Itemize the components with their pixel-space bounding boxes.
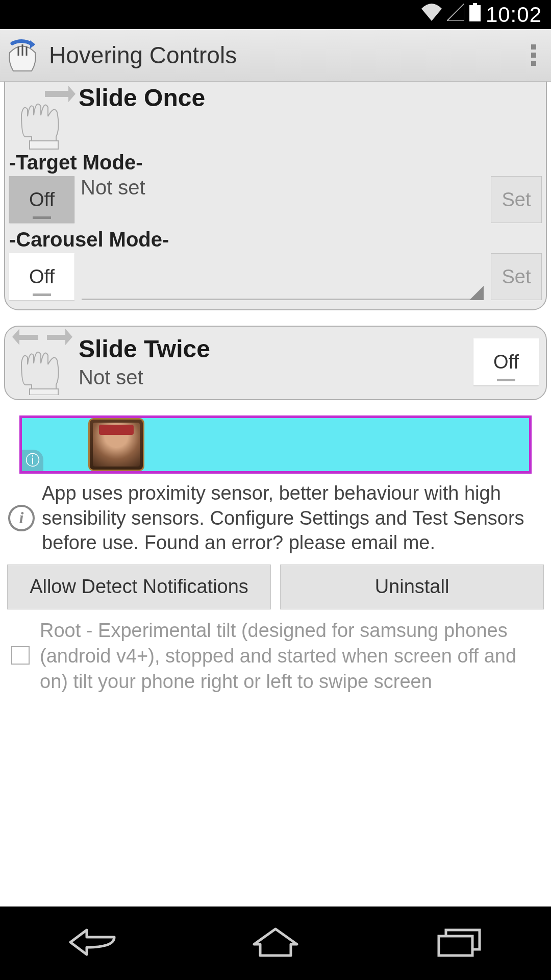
slide-once-gesture-icon [9, 84, 76, 150]
allow-notifications-button[interactable]: Allow Detect Notifications [7, 565, 271, 609]
app-icon [7, 37, 38, 73]
svg-rect-0 [473, 3, 477, 5]
overflow-menu-icon[interactable] [523, 44, 544, 66]
action-bar: Hovering Controls [0, 29, 551, 82]
slide-twice-card: Slide Twice Not set Off [4, 326, 547, 400]
status-time: 10:02 [486, 3, 542, 27]
target-mode-set-label: Set [502, 189, 531, 211]
svg-rect-4 [439, 936, 472, 955]
slide-twice-gesture-icon [9, 329, 76, 395]
root-tilt-checkbox[interactable] [11, 646, 30, 665]
carousel-mode-label: -Carousel Mode- [9, 228, 542, 251]
target-mode-set-button[interactable]: Set [491, 176, 542, 223]
carousel-mode-toggle-label: Off [29, 266, 55, 288]
target-mode-label: -Target Mode- [9, 151, 542, 174]
slide-twice-value: Not set [79, 366, 473, 389]
slide-twice-toggle-label: Off [493, 351, 519, 373]
info-icon: i [8, 505, 35, 531]
uninstall-button[interactable]: Uninstall [280, 565, 544, 609]
target-mode-row: Not set Off Set [9, 176, 542, 223]
slide-once-card: Slide Once -Target Mode- Not set Off Set… [4, 82, 547, 310]
root-tilt-row[interactable]: Root - Experimental tilt (designed for s… [4, 618, 547, 694]
slide-once-header: Slide Once [9, 84, 542, 150]
nav-home-button[interactable] [219, 916, 332, 971]
carousel-mode-spinner[interactable] [82, 253, 484, 300]
status-bar: 10:02 [0, 0, 551, 29]
wifi-icon [421, 4, 442, 26]
carousel-mode-toggle[interactable]: Off [9, 253, 74, 300]
svg-rect-3 [30, 389, 58, 395]
carousel-mode-row: Off Set [9, 253, 542, 300]
uninstall-label: Uninstall [375, 576, 449, 598]
info-row: i App uses proximity sensor, better beha… [4, 474, 547, 565]
ad-banner[interactable]: ⓘ [19, 415, 532, 474]
slide-twice-title: Slide Twice [79, 335, 473, 363]
ad-character-icon [88, 418, 144, 471]
svg-rect-2 [30, 141, 58, 149]
carousel-mode-set-label: Set [502, 266, 531, 288]
ad-info-icon[interactable]: ⓘ [22, 450, 43, 471]
nav-recent-button[interactable] [403, 916, 515, 971]
info-text: App uses proximity sensor, better behavi… [42, 481, 543, 555]
slide-once-title: Slide Once [79, 84, 205, 112]
cell-icon [447, 4, 464, 26]
button-row: Allow Detect Notifications Uninstall [4, 565, 547, 609]
carousel-mode-set-button[interactable]: Set [491, 253, 542, 300]
target-mode-toggle-label: Off [29, 189, 55, 211]
content: Slide Once -Target Mode- Not set Off Set… [0, 82, 551, 906]
slide-twice-toggle[interactable]: Off [473, 338, 539, 385]
battery-icon [469, 3, 481, 26]
svg-rect-1 [469, 5, 481, 21]
root-tilt-text: Root - Experimental tilt (designed for s… [40, 618, 542, 694]
navigation-bar [0, 906, 551, 980]
page-title: Hovering Controls [49, 41, 523, 69]
nav-back-button[interactable] [36, 916, 148, 971]
allow-notifications-label: Allow Detect Notifications [30, 576, 248, 598]
target-mode-toggle[interactable]: Off [9, 176, 74, 223]
dropdown-indicator-icon [469, 286, 484, 300]
